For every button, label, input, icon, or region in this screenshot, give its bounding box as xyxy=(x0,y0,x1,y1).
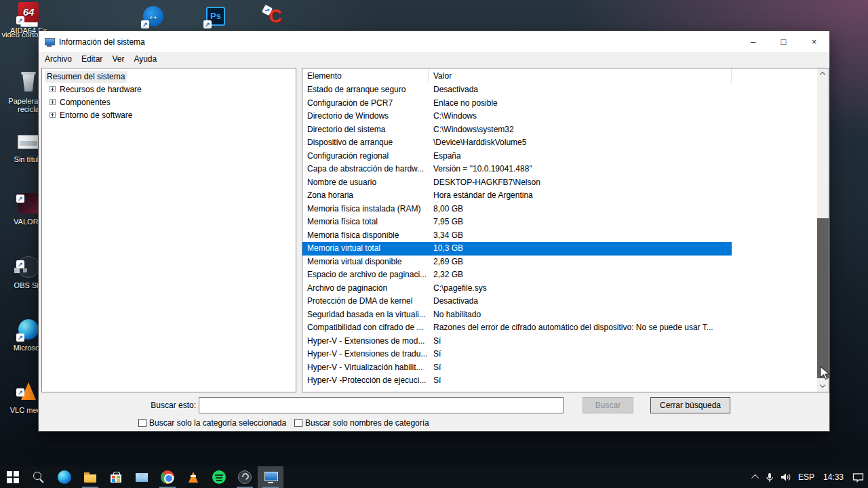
minimize-button[interactable]: – xyxy=(738,31,768,52)
cell-elemento: Protección de DMA de kernel xyxy=(302,295,429,308)
table-row[interactable]: Archivo de paginación C:\pagefile.sys xyxy=(302,282,732,296)
taskbar-system-info[interactable] xyxy=(258,466,283,488)
table-row[interactable]: Capa de abstracción de hardw... Versión … xyxy=(302,163,732,176)
titlebar[interactable]: Información del sistema – □ × xyxy=(39,31,829,52)
cell-valor: Sí xyxy=(429,361,732,375)
column-header-valor[interactable]: Valor xyxy=(429,68,732,83)
edge-icon xyxy=(56,469,73,485)
cell-elemento: Memoria virtual disponible xyxy=(302,256,429,269)
expand-plus-icon[interactable] xyxy=(50,112,56,118)
cell-elemento: Memoria virtual total xyxy=(302,242,429,256)
search-input[interactable] xyxy=(199,397,564,413)
cell-elemento: Memoria física total xyxy=(302,216,429,229)
clock[interactable]: 14:33 xyxy=(821,472,846,482)
table-row[interactable]: Memoria física total 7,95 GB xyxy=(302,216,732,229)
table-row[interactable]: Memoria virtual total 10,3 GB xyxy=(302,242,732,256)
microphone-icon[interactable] xyxy=(765,472,774,483)
cell-valor: C:\Windows\system32 xyxy=(429,123,732,137)
expand-plus-icon[interactable] xyxy=(50,99,56,105)
scrollbar-up-arrow-icon[interactable] xyxy=(817,68,829,80)
taskbar-chrome[interactable] xyxy=(155,466,180,488)
table-row[interactable]: Memoria física disponible 3,34 GB xyxy=(302,229,732,243)
tree-root-label: Resumen del sistema xyxy=(45,71,127,83)
checkbox-icon[interactable] xyxy=(138,419,146,427)
taskbar-search-button[interactable] xyxy=(26,466,52,488)
menu-ver[interactable]: Ver xyxy=(107,52,129,66)
menu-ayuda[interactable]: Ayuda xyxy=(129,52,161,66)
table-row[interactable]: Hyper-V - Virtualización habilit... Sí xyxy=(302,361,732,375)
language-indicator[interactable]: ESP xyxy=(798,472,814,482)
taskbar-start-button[interactable] xyxy=(0,466,26,488)
list-rows: Estado de arranque seguro Desactivada Co… xyxy=(302,83,817,388)
table-row[interactable]: Hyper-V - Extensiones de mod... Sí xyxy=(302,335,732,348)
tree-item-componentes[interactable]: Componentes xyxy=(45,96,296,108)
cell-valor: Hora estándar de Argentina xyxy=(429,189,732,203)
column-header-elemento[interactable]: Elemento xyxy=(302,68,429,83)
scrollbar-down-arrow-icon[interactable] xyxy=(817,380,829,392)
image-file-icon xyxy=(16,129,41,153)
table-row[interactable]: Hyper-V - Extensiones de tradu... Sí xyxy=(302,348,732,361)
desktop-icon-aida64[interactable]: AIDA64 Ex xyxy=(0,0,57,35)
hidden-icons-chevron-icon[interactable] xyxy=(751,474,759,482)
vertical-scrollbar[interactable] xyxy=(817,68,829,392)
tree-root-item[interactable]: Resumen del sistema xyxy=(45,71,296,83)
cell-valor: Sí xyxy=(429,335,732,348)
scrollbar-thumb[interactable] xyxy=(817,218,829,378)
cerrar-busqueda-button[interactable]: Cerrar búsqueda xyxy=(650,397,730,413)
table-row[interactable]: Seguridad basada en la virtuali... No ha… xyxy=(302,308,732,322)
menu-editar[interactable]: Editar xyxy=(77,52,107,66)
aida-icon xyxy=(16,0,41,24)
folder-icon xyxy=(82,469,98,485)
table-row[interactable]: Zona horaria Hora estándar de Argentina xyxy=(302,189,732,203)
table-row[interactable]: Configuración regional España xyxy=(302,150,732,163)
table-row[interactable]: Memoria virtual disponible 2,69 GB xyxy=(302,256,732,269)
table-row[interactable]: Estado de arranque seguro Desactivada xyxy=(302,83,732,97)
taskbar-vlc[interactable] xyxy=(180,466,206,488)
table-row[interactable]: Directorio de Windows C:\Windows xyxy=(302,110,732,123)
cell-valor: 3,34 GB xyxy=(429,229,732,243)
action-center-icon[interactable] xyxy=(852,472,864,483)
buscar-button[interactable]: Buscar xyxy=(583,397,633,413)
taskbar-spotify[interactable] xyxy=(206,466,232,488)
taskbar-file-explorer[interactable] xyxy=(77,466,103,488)
table-row[interactable]: Memoria física instalada (RAM) 8,00 GB xyxy=(302,203,732,216)
tree-items: Recursos de hardware Componentes Entorno… xyxy=(45,83,296,121)
speaker-icon[interactable] xyxy=(781,472,792,482)
menu-archivo[interactable]: Archivo xyxy=(40,52,77,66)
table-row[interactable]: Hyper-V -Protección de ejecuci... Sí xyxy=(302,374,732,388)
table-row[interactable]: Nombre de usuario DESKTOP-HAGKFB7\Nelson xyxy=(302,176,732,190)
cell-valor: Sí xyxy=(429,374,732,388)
cell-elemento: Hyper-V -Protección de ejecuci... xyxy=(302,374,429,388)
cell-valor: Sí xyxy=(429,348,732,361)
table-row[interactable]: Configuración de PCR7 Enlace no posible xyxy=(302,97,732,110)
maximize-button[interactable]: □ xyxy=(768,31,799,52)
taskbar-obs[interactable] xyxy=(232,466,258,488)
cell-valor: DESKTOP-HAGKFB7\Nelson xyxy=(429,176,732,190)
checkbox-icon[interactable] xyxy=(294,419,302,427)
tree-item-recursos-de-hardware[interactable]: Recursos de hardware xyxy=(45,83,296,96)
table-row[interactable]: Compatibilidad con cifrado de ... Razone… xyxy=(302,321,732,335)
list-header: Elemento Valor xyxy=(302,68,817,83)
cell-elemento: Seguridad basada en la virtuali... xyxy=(302,308,429,322)
close-button[interactable]: × xyxy=(799,31,829,52)
cell-elemento: Zona horaria xyxy=(302,189,429,203)
taskbar-store[interactable] xyxy=(103,466,129,488)
expand-plus-icon[interactable] xyxy=(50,86,56,92)
table-row[interactable]: Dispositivo de arranque \Device\Harddisk… xyxy=(302,136,732,150)
taskbar-edge[interactable] xyxy=(52,466,77,488)
cell-valor: No habilitado xyxy=(429,308,732,322)
cell-elemento: Hyper-V - Virtualización habilit... xyxy=(302,361,429,375)
desktop: TeamViewer Adobe CCleaner video corto pa… xyxy=(0,0,868,488)
checkbox-categoria-seleccionada[interactable]: Buscar solo la categoría seleccionada xyxy=(138,418,286,428)
table-row[interactable]: Espacio de archivo de paginaci... 2,32 G… xyxy=(302,268,732,282)
checkbox-nombres-categoria[interactable]: Buscar solo nombres de categoría xyxy=(294,418,429,428)
search-label: Buscar esto: xyxy=(120,401,196,410)
taskbar-mail[interactable] xyxy=(129,466,155,488)
tree-item-entorno-de-software[interactable]: Entorno de software xyxy=(45,108,296,121)
table-row[interactable]: Protección de DMA de kernel Desactivada xyxy=(302,295,732,308)
edge-icon xyxy=(16,317,41,342)
start-icon xyxy=(5,469,21,485)
teamviewer-icon xyxy=(141,4,165,28)
table-row[interactable]: Directorio del sistema C:\Windows\system… xyxy=(302,123,732,137)
ccleaner-icon xyxy=(263,4,288,28)
